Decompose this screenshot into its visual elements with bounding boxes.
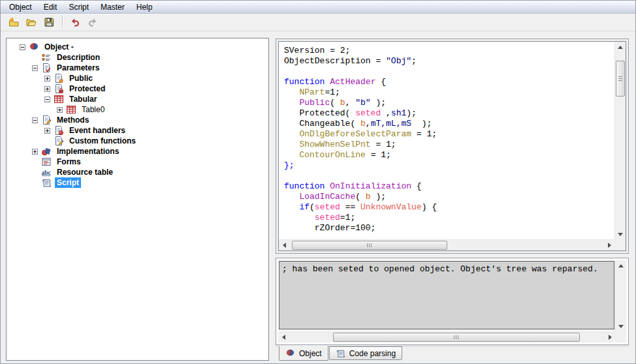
tree-item-label: Event handlers [67, 125, 127, 136]
tree-item-implementations[interactable]: Implementations [7, 146, 268, 157]
parameters-icon [41, 63, 52, 73]
code-line: SVersion = 2; [284, 46, 614, 56]
application-window: ObjectEditScriptMasterHelp Object -Descr… [0, 0, 636, 364]
scroll-left-button[interactable] [278, 332, 289, 342]
tree-item-label: Tabular [67, 94, 99, 104]
code-vertical-scrollbar[interactable] [614, 42, 626, 239]
code-line: function ActHeader { [284, 77, 614, 87]
tree-item-public[interactable]: Public [7, 73, 268, 83]
scroll-right-button[interactable] [605, 332, 615, 342]
tabular-icon [54, 94, 64, 104]
toolbar-divider [62, 16, 63, 28]
log-output[interactable]: ; has been seted to opened object. Objec… [279, 261, 614, 329]
script-icon [336, 348, 346, 359]
tree-item-label: Forms [55, 157, 83, 167]
script-icon [41, 177, 52, 188]
expander-plus-icon[interactable] [44, 128, 50, 134]
code-line: LoadInCache( b ); [284, 192, 614, 202]
tree-item-script[interactable]: Script [7, 177, 268, 188]
code-line: rZOrder=100; [284, 223, 614, 234]
forms-icon [41, 157, 52, 167]
tree-item-forms[interactable]: Forms [7, 157, 268, 167]
menu-item-edit[interactable]: Edit [38, 1, 63, 13]
resource-icon: abc [41, 167, 52, 177]
tree-item-parameters[interactable]: Parameters [7, 63, 268, 73]
code-horizontal-scrollbar[interactable] [279, 239, 614, 250]
tree-item-event-handlers[interactable]: Event handlers [7, 125, 268, 136]
log-horizontal-scrollbar[interactable] [278, 331, 615, 342]
new-icon [8, 17, 19, 27]
tree-item-label: Description [55, 52, 102, 63]
expander-plus-icon[interactable] [44, 86, 50, 92]
arrow-down-icon [618, 233, 623, 236]
code-line [284, 171, 614, 181]
new-button[interactable] [5, 14, 22, 30]
scroll-left-button[interactable] [279, 240, 289, 250]
redo-icon [87, 17, 98, 27]
menu-item-help[interactable]: Help [131, 1, 159, 13]
menu-item-master[interactable]: Master [95, 1, 131, 13]
open-icon [26, 17, 37, 27]
expander-plus-icon[interactable] [57, 107, 63, 113]
tree-item-resource-table[interactable]: abcResource table [7, 167, 268, 177]
public-icon [54, 73, 64, 83]
tab-object[interactable]: Object [279, 346, 328, 361]
undo-button[interactable] [67, 14, 83, 30]
code-line: seted=1; [284, 213, 614, 223]
scroll-up-button[interactable] [615, 42, 626, 52]
code-line: ShowWhenSelPnt = 1; [284, 140, 614, 150]
code-line: if(seted == UnknownValue) { [284, 202, 614, 213]
arrow-up-icon [618, 264, 624, 267]
tree-item-label: Custom functions [67, 136, 138, 146]
svg-text:abc: abc [42, 170, 51, 176]
code-line: function OnInitialization { [284, 181, 614, 192]
tree-item-label: Resource table [55, 167, 115, 177]
expander-plus-icon[interactable] [32, 149, 38, 155]
tree-item-label: Implementations [55, 146, 121, 157]
tree-item-protected[interactable]: Protected [7, 83, 268, 94]
description-icon [41, 52, 52, 63]
tree-item-description[interactable]: Description [7, 52, 268, 63]
expander-plus-icon[interactable] [44, 76, 50, 82]
expander-minus-icon[interactable] [44, 97, 50, 102]
expander-minus-icon[interactable] [20, 44, 25, 50]
tree-item-tabular[interactable]: Tabular [7, 94, 268, 104]
horizontal-scroll-thumb[interactable] [292, 241, 447, 250]
tree-item-table0[interactable]: Table0 [7, 104, 268, 115]
tree-item-object[interactable]: Object - [7, 42, 268, 52]
tab-label: Code parsing [349, 349, 396, 358]
protected-icon [54, 83, 64, 94]
code-editor-frame: SVersion = 2;ObjectDescription = "Obj"; … [278, 41, 626, 251]
tree-item-label: Script [55, 177, 81, 188]
tree-item-custom-functions[interactable]: Custom functions [7, 136, 268, 146]
open-button[interactable] [23, 14, 39, 30]
scroll-down-button[interactable] [616, 321, 626, 331]
vertical-scroll-thumb[interactable] [616, 61, 625, 97]
redo-button[interactable] [84, 14, 101, 30]
tree-item-methods[interactable]: Methods [7, 115, 268, 125]
expander-minus-icon[interactable] [32, 117, 38, 123]
menu-bar: ObjectEditScriptMasterHelp [1, 1, 635, 14]
code-editor[interactable]: SVersion = 2;ObjectDescription = "Obj"; … [279, 42, 614, 239]
expander-minus-icon[interactable] [32, 65, 38, 71]
scroll-up-button[interactable] [616, 260, 626, 271]
arrow-down-icon [618, 325, 624, 328]
tree-item-label: Object - [42, 42, 76, 52]
code-line: Protected( seted ,sh1); [284, 108, 614, 119]
scroll-right-button[interactable] [604, 240, 614, 250]
arrow-right-icon [609, 335, 612, 340]
tree-item-label: Methods [55, 115, 91, 125]
menu-item-script[interactable]: Script [63, 1, 95, 13]
horizontal-scroll-thumb[interactable] [333, 333, 580, 342]
arrow-up-icon [618, 46, 623, 49]
output-log-frame: ; has been seted to opened object. Objec… [278, 260, 626, 342]
code-line: ObjectDescription = "Obj"; [284, 56, 614, 67]
tabular-icon [66, 104, 76, 115]
log-vertical-scrollbar[interactable] [615, 260, 626, 331]
object-tree-panel[interactable]: Object -DescriptionParametersPublicProte… [6, 38, 269, 361]
scroll-down-button[interactable] [615, 229, 626, 239]
menu-item-object[interactable]: Object [3, 1, 38, 13]
save-button[interactable] [40, 14, 57, 30]
tab-code-parsing[interactable]: Code parsing [329, 346, 402, 360]
code-line: ContourOnLine = 1; [284, 150, 614, 160]
